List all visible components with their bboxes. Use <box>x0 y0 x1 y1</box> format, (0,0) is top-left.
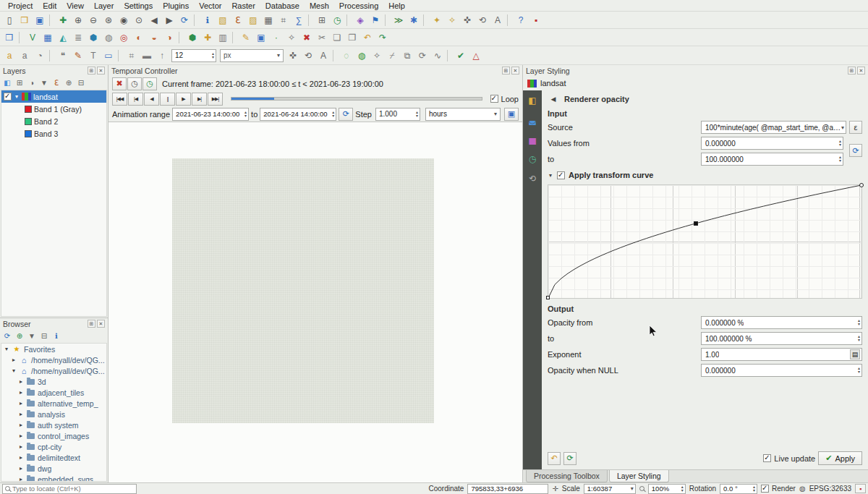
add-ring-icon[interactable]: ◌ <box>339 48 354 63</box>
change-label-icon[interactable]: A <box>490 13 505 27</box>
spinner-arrows-icon[interactable] <box>856 367 860 374</box>
menu-item[interactable]: Processing <box>334 1 383 11</box>
spinner-arrows-icon[interactable] <box>856 335 860 342</box>
messages-button[interactable]: ▪ <box>855 484 866 493</box>
north-arrow-icon[interactable]: ↑ <box>155 48 169 63</box>
menu-item[interactable]: View <box>61 1 89 11</box>
open-project-icon[interactable]: ❒ <box>17 13 32 27</box>
menu-item[interactable]: Vector <box>194 1 226 11</box>
add-feature-icon[interactable]: ∙ <box>269 30 284 45</box>
scale-bar-icon[interactable]: ▬ <box>140 48 154 63</box>
toolbar-separator[interactable] <box>346 14 351 26</box>
form-annotation-icon[interactable]: ▭ <box>101 48 116 63</box>
extents-icon[interactable]: ✛ <box>552 485 558 493</box>
layer-labeling-icon[interactable]: a <box>2 48 17 63</box>
range-end-input[interactable]: 2021-06-24 14:00:00 <box>260 108 336 121</box>
save-edits-icon[interactable]: ▣ <box>254 30 268 45</box>
render-toggle[interactable]: Render <box>761 485 796 493</box>
locate-search-input[interactable] <box>2 484 137 494</box>
toolbar-separator[interactable] <box>49 14 54 26</box>
spinner-arrows-icon[interactable] <box>856 319 860 326</box>
fixed-range-mode-button[interactable]: ◷ <box>127 77 142 90</box>
text-format-icon[interactable]: A <box>316 48 331 63</box>
data-defined-override-icon[interactable]: ▤ <box>850 349 860 359</box>
close-panel-icon[interactable]: ✕ <box>857 67 865 74</box>
layer-item-landsat[interactable]: ▾ landsat <box>1 90 106 103</box>
spinner-arrows-icon[interactable] <box>242 111 247 118</box>
symbology-tab-icon[interactable]: ◧ <box>525 93 540 108</box>
expand-all-icon[interactable]: ⊕ <box>63 77 75 88</box>
expand-arrow-icon[interactable]: ▸ <box>18 389 24 396</box>
toolbar-separator[interactable] <box>507 14 511 26</box>
cut-features-icon[interactable]: ✂ <box>315 30 329 45</box>
open-layer-styling-icon[interactable]: ◧ <box>1 77 13 88</box>
add-spatialite-icon[interactable]: ◍ <box>101 30 116 45</box>
toolbar-separator[interactable] <box>19 32 23 43</box>
zoom-to-selection-icon[interactable]: ◉ <box>116 13 131 27</box>
values-to-input[interactable]: 100.000000 <box>701 153 843 166</box>
step-forward-button[interactable]: ▶| <box>192 93 207 106</box>
skip-to-start-button[interactable]: |◀◀ <box>112 93 127 106</box>
browser-item[interactable]: ▸ embedded_svgs <box>1 474 106 482</box>
fill-ring-icon[interactable]: ◍ <box>354 48 369 63</box>
add-mesh-layer-icon[interactable]: ◭ <box>56 30 70 45</box>
deselect-all-icon[interactable]: ▨ <box>246 13 260 27</box>
band-item[interactable]: Band 3 <box>1 127 106 140</box>
vertex-tool-icon[interactable]: ✧ <box>284 30 299 45</box>
merge-features-icon[interactable]: ⧉ <box>400 48 414 63</box>
expand-arrow-icon[interactable]: ▸ <box>11 357 17 363</box>
undo-icon[interactable]: ↶ <box>360 30 375 45</box>
opacity-from-input[interactable]: 0.000000 % <box>701 316 862 329</box>
band-item[interactable]: Band 2 <box>1 115 106 127</box>
redo-style-button[interactable]: ⟳ <box>563 452 576 465</box>
menu-item[interactable]: Database <box>260 1 305 11</box>
save-project-icon[interactable]: ▣ <box>33 13 47 27</box>
scale-combo[interactable]: 1:60387▾ <box>584 484 636 494</box>
play-forward-button[interactable]: ▶ <box>176 93 191 106</box>
expand-arrow-icon[interactable]: ▸ <box>18 378 24 385</box>
zoom-out-icon[interactable]: ⊖ <box>86 13 101 27</box>
browser-item[interactable]: ▸ adjacent_tiles <box>1 387 106 398</box>
curve-control-point[interactable] <box>859 183 864 187</box>
toolbar-separator[interactable] <box>423 14 427 26</box>
paste-features-icon[interactable]: ❐ <box>345 30 359 45</box>
temporal-controller-icon[interactable]: ◷ <box>330 13 344 27</box>
step-back-button[interactable]: |◀ <box>128 93 143 106</box>
browser-item[interactable]: ▸ alternative_temp_ <box>1 398 106 409</box>
expression-builder-button[interactable]: ε <box>849 121 862 134</box>
toolbar-separator[interactable] <box>194 14 198 26</box>
browser-item[interactable]: ▸ control_images <box>1 430 106 441</box>
new-shapefile-icon[interactable]: ✚ <box>200 30 215 45</box>
pin-annotation-icon[interactable]: ✜ <box>286 48 300 63</box>
zoom-in-icon[interactable]: ⊕ <box>71 13 85 27</box>
add-postgis-icon[interactable]: ⬢ <box>86 30 101 45</box>
units-combo[interactable]: px ▾ <box>220 49 284 62</box>
magnifier-input[interactable]: 100% <box>648 484 686 494</box>
rotate-label-icon[interactable]: ⟲ <box>475 13 490 27</box>
toolbar-separator[interactable] <box>49 50 54 61</box>
new-project-icon[interactable]: ▯ <box>2 13 17 27</box>
filter-by-expression-icon[interactable]: ℇ <box>51 77 62 88</box>
measure-icon[interactable]: ⌗ <box>276 13 291 27</box>
refresh-map-icon[interactable]: ⟳ <box>177 13 192 27</box>
copy-features-icon[interactable]: ❏ <box>330 30 344 45</box>
filter-legend-icon[interactable]: ▼ <box>38 77 50 88</box>
zoom-last-icon[interactable]: ◀ <box>147 13 161 27</box>
rotate-annotation-icon[interactable]: ⟲ <box>301 48 315 63</box>
simplify-feature-icon[interactable]: ∿ <box>430 48 445 63</box>
step-input[interactable]: 1.000 <box>375 108 420 121</box>
apply-transform-curve-checkbox[interactable] <box>557 171 565 179</box>
messages-icon[interactable]: ▪ <box>529 13 543 27</box>
add-wcs-icon[interactable]: ◒ <box>147 30 161 45</box>
spinner-arrows-icon[interactable] <box>837 156 841 163</box>
histogram-tab-icon[interactable]: ▅ <box>525 132 540 147</box>
new-geopackage-icon[interactable]: ⬢ <box>185 30 200 45</box>
identify-features-icon[interactable]: ℹ <box>200 13 215 27</box>
browser-item[interactable]: ▸ dwg <box>1 463 106 474</box>
undo-style-button[interactable]: ↶ <box>548 452 561 465</box>
properties-widget-icon[interactable]: ℹ <box>51 330 62 341</box>
split-features-icon[interactable]: ⌿ <box>385 48 399 63</box>
select-by-expression-icon[interactable]: ℇ <box>231 13 245 27</box>
add-raster-layer-icon[interactable]: ▦ <box>41 30 55 45</box>
browser-item[interactable]: ▸ delimitedtext <box>1 452 106 463</box>
